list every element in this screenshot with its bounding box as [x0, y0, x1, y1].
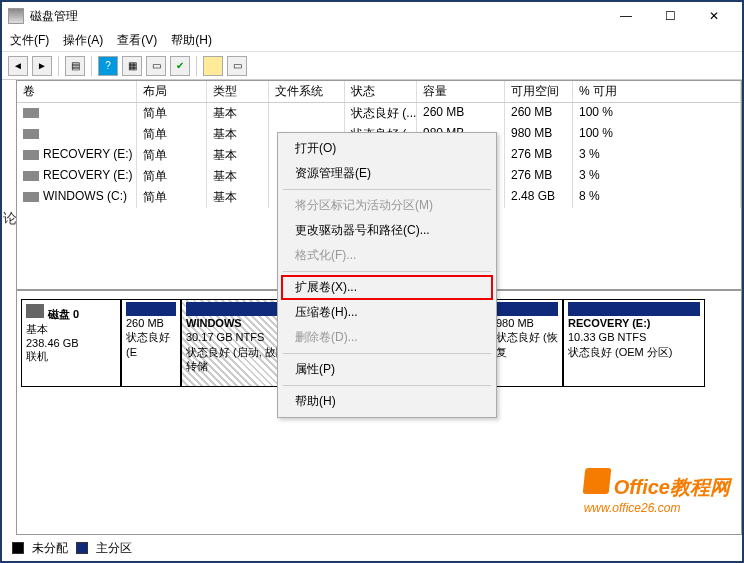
partition-state: 状态良好 (恢复 [496, 330, 558, 359]
partition-state: 状态良好 (OEM 分区) [568, 345, 700, 359]
context-menu-item[interactable]: 资源管理器(E) [281, 161, 493, 186]
partition-size: 980 MB [496, 316, 558, 330]
partition[interactable]: RECOVERY (E:)10.33 GB NTFS状态良好 (OEM 分区) [563, 299, 705, 387]
partition[interactable]: 260 MB状态良好 (E [121, 299, 181, 387]
ext-button[interactable]: ▭ [227, 56, 247, 76]
volume-icon [23, 150, 39, 160]
context-menu-item[interactable]: 属性(P) [281, 357, 493, 382]
window: 磁盘管理 — ☐ ✕ 文件(F) 操作(A) 查看(V) 帮助(H) ◄ ► ▤… [0, 0, 744, 563]
watermark-icon [582, 468, 611, 494]
grid-header: 卷 布局 类型 文件系统 状态 容量 可用空间 % 可用 [17, 81, 741, 103]
app-icon [8, 8, 24, 24]
volume-icon [23, 171, 39, 181]
menu-file[interactable]: 文件(F) [10, 32, 49, 49]
context-menu-item[interactable]: 更改驱动器号和路径(C)... [281, 218, 493, 243]
properties-button[interactable]: ▦ [122, 56, 142, 76]
help-button[interactable]: ? [98, 56, 118, 76]
folder-button[interactable] [203, 56, 223, 76]
disk-icon [26, 304, 44, 318]
legend-primary: 主分区 [96, 540, 132, 557]
context-menu-item[interactable]: 帮助(H) [281, 389, 493, 414]
col-capacity[interactable]: 容量 [417, 81, 505, 102]
context-menu-item: 将分区标记为活动分区(M) [281, 193, 493, 218]
legend-primary-box [76, 542, 88, 554]
watermark-url: www.office26.com [584, 501, 730, 515]
disk-name: 磁盘 0 [48, 308, 79, 320]
context-menu-item[interactable]: 扩展卷(X)... [281, 275, 493, 300]
menubar: 文件(F) 操作(A) 查看(V) 帮助(H) [2, 30, 742, 52]
col-layout[interactable]: 布局 [137, 81, 207, 102]
context-menu-separator [283, 385, 491, 386]
col-status[interactable]: 状态 [345, 81, 417, 102]
context-menu-separator [283, 189, 491, 190]
refresh-button[interactable]: ▭ [146, 56, 166, 76]
partition-name: RECOVERY (E:) [568, 316, 700, 330]
col-pct[interactable]: % 可用 [573, 81, 741, 102]
table-row[interactable]: 简单基本状态良好 (...260 MB260 MB100 % [17, 103, 741, 124]
content: 卷 布局 类型 文件系统 状态 容量 可用空间 % 可用 简单基本状态良好 (.… [16, 80, 742, 535]
window-title: 磁盘管理 [30, 8, 604, 25]
disk-type: 基本 [26, 322, 116, 337]
context-menu-item[interactable]: 打开(O) [281, 136, 493, 161]
minimize-button[interactable]: — [604, 4, 648, 28]
partition-size: 260 MB [126, 316, 176, 330]
context-menu-item[interactable]: 压缩卷(H)... [281, 300, 493, 325]
volume-icon [23, 192, 39, 202]
menu-view[interactable]: 查看(V) [117, 32, 157, 49]
col-type[interactable]: 类型 [207, 81, 269, 102]
partition-size: 10.33 GB NTFS [568, 330, 700, 344]
toolbar-sep [58, 56, 59, 76]
col-filesystem[interactable]: 文件系统 [269, 81, 345, 102]
volume-icon [23, 129, 39, 139]
forward-button[interactable]: ► [32, 56, 52, 76]
partition-state: 状态良好 (E [126, 330, 176, 359]
context-menu-item: 删除卷(D)... [281, 325, 493, 350]
col-volume[interactable]: 卷 [17, 81, 137, 102]
watermark-text: Office教程网 [614, 476, 730, 498]
maximize-button[interactable]: ☐ [648, 4, 692, 28]
partition-header [568, 302, 700, 316]
titlebar: 磁盘管理 — ☐ ✕ [2, 2, 742, 30]
context-menu-item: 格式化(F)... [281, 243, 493, 268]
close-button[interactable]: ✕ [692, 4, 736, 28]
disk-state: 联机 [26, 349, 116, 364]
disk-size: 238.46 GB [26, 337, 116, 349]
toolbar-sep [91, 56, 92, 76]
partition[interactable]: 980 MB状态良好 (恢复 [491, 299, 563, 387]
context-menu: 打开(O)资源管理器(E)将分区标记为活动分区(M)更改驱动器号和路径(C)..… [277, 132, 497, 418]
disk-info[interactable]: 磁盘 0 基本 238.46 GB 联机 [21, 299, 121, 387]
toolbar-sep [196, 56, 197, 76]
partition-header [126, 302, 176, 316]
legend-unalloc-box [12, 542, 24, 554]
legend: 未分配 主分区 [2, 535, 742, 561]
context-menu-separator [283, 353, 491, 354]
legend-unalloc: 未分配 [32, 540, 68, 557]
watermark: Office教程网 www.office26.com [584, 468, 730, 515]
left-strip: 论 [4, 80, 16, 521]
volume-icon [23, 108, 39, 118]
toolbar: ◄ ► ▤ ? ▦ ▭ ✔ ▭ [2, 52, 742, 80]
partition-header [496, 302, 558, 316]
menu-action[interactable]: 操作(A) [63, 32, 103, 49]
context-menu-separator [283, 271, 491, 272]
list-view-button[interactable]: ▤ [65, 56, 85, 76]
back-button[interactable]: ◄ [8, 56, 28, 76]
checks-button[interactable]: ✔ [170, 56, 190, 76]
col-free[interactable]: 可用空间 [505, 81, 573, 102]
menu-help[interactable]: 帮助(H) [171, 32, 212, 49]
